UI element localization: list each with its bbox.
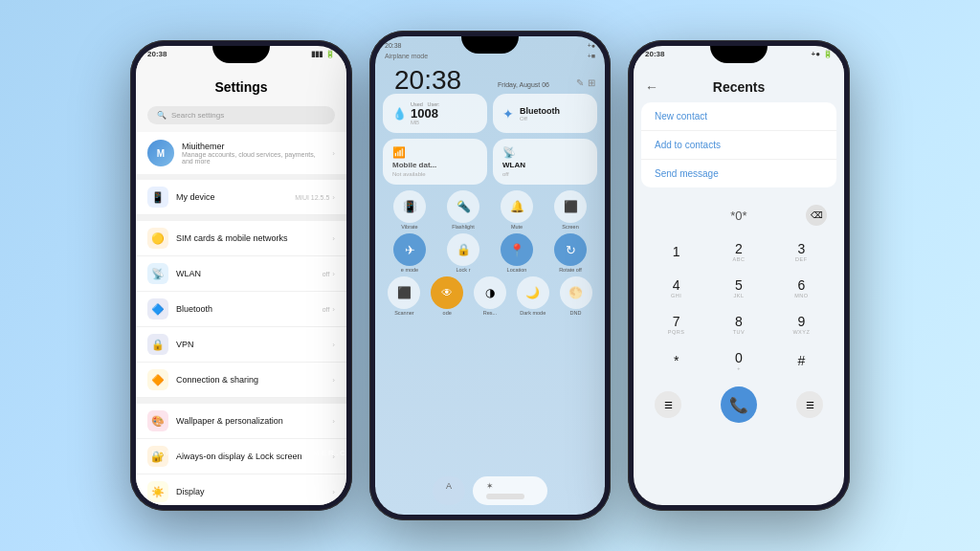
vpn-text: VPN: [176, 340, 324, 349]
cc-airplane-group: ✈ e mode: [393, 233, 426, 273]
cc-search-bottom: A ✶: [433, 476, 547, 505]
brightness-slider[interactable]: [486, 494, 524, 499]
expand-icon[interactable]: ⊞: [588, 77, 595, 88]
edit-icon[interactable]: ✎: [576, 77, 584, 88]
cc-scanner-btn[interactable]: ⬛: [388, 276, 420, 309]
call-button[interactable]: 📞: [721, 386, 757, 423]
dial-9[interactable]: 9 WXYZ: [772, 308, 831, 341]
cc-data-tile[interactable]: 💧 Used User: 1008 MB: [383, 94, 487, 133]
brightness-icon: ✶: [486, 481, 494, 491]
settings-item-mydevice[interactable]: 📱 My device MIUI 12.5.5 ›: [136, 180, 346, 215]
cc-vibrate-group: 📳 Vibrate: [393, 190, 426, 230]
chevron-icon: ›: [332, 270, 335, 278]
cc-wlan-tile[interactable]: 📡 WLAN off: [493, 139, 597, 185]
dial-1[interactable]: 1: [647, 235, 705, 268]
notch-2: [461, 36, 519, 54]
dialpad-input: *0*: [672, 209, 806, 223]
watermark: VISIT FOR MORE THEMES - MIUITHEMER.COM: [136, 449, 346, 457]
status-icons-3: +● 🔋: [811, 50, 833, 58]
wallpaper-text: Wallpaper & personalization: [176, 416, 324, 426]
wlan-tile-label: WLAN: [502, 161, 588, 169]
chevron-icon: ›: [332, 193, 335, 202]
cc-mobile-tile[interactable]: 📶 Mobile dat... Not available: [383, 139, 487, 185]
cc-lock-btn[interactable]: 🔒: [447, 233, 479, 266]
cc-flashlight-btn[interactable]: 🔦: [447, 190, 479, 223]
cc-eye-btn[interactable]: 👁: [431, 276, 463, 309]
phone-control-center: 20:38 +● Airplane mode +■ 20:38 Friday, …: [369, 31, 611, 520]
backspace-icon: ⌫: [811, 210, 823, 220]
cc-network-tiles: 📶 Mobile dat... Not available 📡 WLAN off: [383, 139, 597, 185]
cc-airplane-btn[interactable]: ✈: [393, 233, 426, 266]
settings-item-connection[interactable]: 🔶 Connection & sharing ›: [136, 363, 346, 398]
dial-7[interactable]: 7 PQRS: [647, 308, 705, 341]
cc-airplane-label: e mode: [401, 267, 418, 273]
cc-bluetooth-tile[interactable]: ✦ Bluetooth Off: [493, 94, 597, 133]
cc-search-right[interactable]: ✶: [473, 476, 547, 505]
settings-item-vpn[interactable]: 🔒 VPN ›: [136, 327, 346, 363]
display-text: Display: [176, 487, 324, 496]
chevron-icon: ›: [332, 341, 335, 349]
contacts-icon[interactable]: ☰: [655, 391, 681, 418]
cc-screen-label: Screen: [562, 224, 578, 230]
search-placeholder: Search settings: [171, 111, 224, 120]
cc-dark-btn[interactable]: 🌙: [517, 276, 549, 309]
notch-1: [212, 46, 270, 63]
dial-star[interactable]: *: [647, 344, 705, 377]
sim-text: SIM cards & mobile networks: [176, 233, 324, 243]
dialpad-grid: 1 2 ABC 3 DEF 4 GHI: [647, 235, 831, 377]
wlan-text: WLAN: [176, 269, 315, 278]
dial-hash[interactable]: #: [772, 344, 831, 377]
cc-screen-group: ⬛ Screen: [554, 190, 587, 230]
cc-res-btn[interactable]: ◑: [474, 276, 506, 309]
recents-list: New contact Add to contacts Send message: [641, 102, 836, 187]
cc-rotate-btn[interactable]: ↻: [554, 233, 587, 266]
sim-icon: 🟡: [147, 228, 168, 249]
bluetooth-icon: 🔷: [147, 298, 168, 320]
settings-item-wallpaper[interactable]: 🎨 Wallpaper & personalization ›: [136, 404, 346, 439]
dial-3[interactable]: 3 DEF: [772, 235, 831, 268]
recents-item-new-contact[interactable]: New contact: [641, 102, 836, 131]
options-icon[interactable]: ☰: [796, 391, 823, 418]
cc-mute-btn[interactable]: 🔔: [501, 190, 533, 223]
cc-status-icons: +●: [588, 42, 595, 49]
dial-0[interactable]: 0 +: [709, 344, 768, 377]
settings-item-bluetooth[interactable]: 🔷 Bluetooth off ›: [136, 292, 346, 327]
cc-screen-btn[interactable]: ⬛: [554, 190, 587, 223]
cc-vibrate-btn[interactable]: 📳: [393, 190, 426, 223]
dial-6[interactable]: 6 MNO: [772, 272, 831, 304]
dial-8[interactable]: 8 TUV: [709, 308, 768, 341]
cc-lock-label: Lock r: [457, 267, 471, 273]
settings-item-sim[interactable]: 🟡 SIM cards & mobile networks ›: [136, 221, 346, 256]
status-time-1: 20:38: [147, 50, 167, 58]
dial-5[interactable]: 5 JKL: [709, 272, 768, 304]
cc-rotate-label: Rotate off: [559, 267, 582, 273]
cc-bottom-icons: ⬛ Scanner 👁 ode ◑ Res... 🌙 Dark mode 🌕: [383, 276, 597, 316]
bluetooth-tile-status: Off: [520, 116, 560, 121]
mobile-icon: 📶: [392, 146, 478, 159]
cc-battery: +■: [588, 53, 595, 59]
notch-3: [710, 46, 768, 63]
connection-text: Connection & sharing: [176, 375, 324, 385]
recents-item-send-message[interactable]: Send message: [641, 160, 836, 187]
dial-4[interactable]: 4 GHI: [647, 272, 705, 304]
cc-eye-label: ode: [443, 310, 452, 316]
cc-dark-label: Dark mode: [520, 310, 546, 316]
cc-search-left[interactable]: A: [433, 476, 465, 505]
dial-2[interactable]: 2 ABC: [709, 235, 768, 268]
profile-name: Miuithemer: [182, 142, 324, 151]
profile-item[interactable]: M Miuithemer Manage accounts, cloud serv…: [136, 132, 346, 174]
cc-flashlight-label: Flashlight: [452, 224, 475, 230]
cc-dnd-group: 🌕 DND: [560, 276, 592, 316]
recents-item-add-contacts[interactable]: Add to contacts: [641, 131, 836, 160]
mydevice-text: My device: [176, 192, 287, 202]
cc-eye-group: 👁 ode: [431, 276, 463, 316]
back-icon[interactable]: ←: [645, 79, 658, 95]
settings-item-wlan[interactable]: 📡 WLAN off ›: [136, 256, 346, 292]
cc-location-btn[interactable]: 📍: [501, 233, 533, 266]
settings-item-display[interactable]: ☀️ Display ›: [136, 474, 346, 505]
airplane-label: Airplane mode: [385, 53, 428, 59]
cc-location-group: 📍 Location: [501, 233, 533, 273]
search-bar[interactable]: 🔍 Search settings: [147, 106, 335, 124]
cc-dnd-btn[interactable]: 🌕: [560, 276, 592, 309]
delete-button[interactable]: ⌫: [806, 205, 827, 226]
